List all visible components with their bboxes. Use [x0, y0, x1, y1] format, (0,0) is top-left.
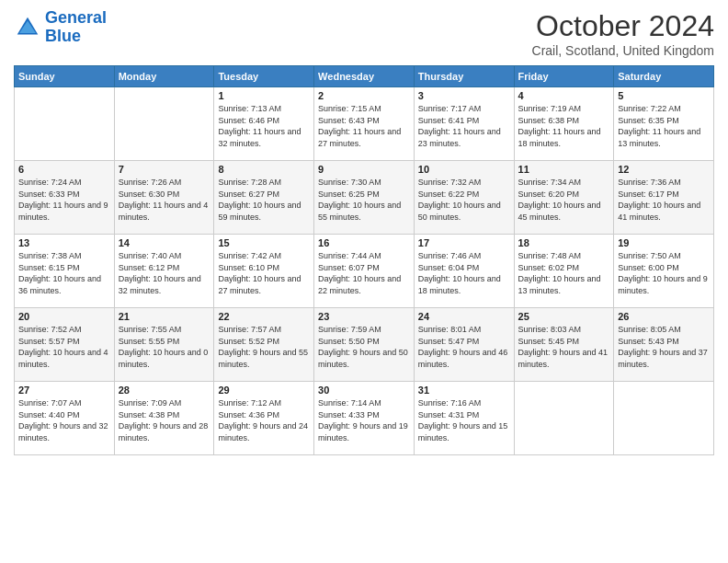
day-info: Sunrise: 7:59 AMSunset: 5:50 PMDaylight:…: [318, 324, 410, 370]
sunset-text: Sunset: 5:57 PM: [18, 336, 110, 348]
daylight-text: Daylight: 9 hours and 24 minutes.: [218, 420, 310, 443]
daylight-text: Daylight: 10 hours and 0 minutes.: [119, 347, 210, 370]
daylight-text: Daylight: 9 hours and 28 minutes.: [119, 420, 210, 443]
day-cell: 4Sunrise: 7:19 AMSunset: 6:38 PMDaylight…: [514, 87, 614, 161]
daylight-text: Daylight: 9 hours and 46 minutes.: [418, 347, 510, 370]
sunset-text: Sunset: 6:04 PM: [418, 262, 510, 274]
day-number: 5: [618, 90, 710, 101]
day-number: 17: [418, 237, 510, 248]
sunrise-text: Sunrise: 7:12 AM: [218, 397, 310, 409]
sunrise-text: Sunrise: 7:34 AM: [518, 177, 610, 189]
sunset-text: Sunset: 6:10 PM: [218, 262, 310, 274]
sunset-text: Sunset: 5:45 PM: [518, 336, 610, 348]
sunset-text: Sunset: 5:52 PM: [218, 336, 310, 348]
day-number: 26: [618, 311, 710, 322]
daylight-text: Daylight: 11 hours and 32 minutes.: [218, 126, 310, 149]
daylight-text: Daylight: 10 hours and 41 minutes.: [618, 200, 710, 223]
day-info: Sunrise: 7:34 AMSunset: 6:20 PMDaylight:…: [518, 177, 610, 223]
sunset-text: Sunset: 6:15 PM: [18, 262, 110, 274]
daylight-text: Daylight: 10 hours and 27 minutes.: [218, 273, 310, 296]
sunrise-text: Sunrise: 7:13 AM: [218, 103, 310, 115]
day-number: 9: [318, 164, 410, 175]
sunrise-text: Sunrise: 8:03 AM: [518, 324, 610, 336]
week-row-3: 13Sunrise: 7:38 AMSunset: 6:15 PMDayligh…: [15, 235, 714, 308]
day-cell: 19Sunrise: 7:50 AMSunset: 6:00 PMDayligh…: [614, 235, 714, 308]
day-number: 24: [418, 311, 510, 322]
day-info: Sunrise: 7:38 AMSunset: 6:15 PMDaylight:…: [18, 250, 110, 296]
day-info: Sunrise: 7:32 AMSunset: 6:22 PMDaylight:…: [418, 177, 510, 223]
sunset-text: Sunset: 6:17 PM: [618, 189, 710, 201]
day-info: Sunrise: 7:52 AMSunset: 5:57 PMDaylight:…: [18, 324, 110, 370]
header-cell-sunday: Sunday: [15, 66, 115, 87]
daylight-text: Daylight: 11 hours and 18 minutes.: [518, 126, 610, 149]
sunset-text: Sunset: 4:33 PM: [318, 409, 410, 421]
day-cell: [15, 87, 115, 161]
header-cell-saturday: Saturday: [614, 66, 714, 87]
day-info: Sunrise: 7:26 AMSunset: 6:30 PMDaylight:…: [119, 177, 210, 223]
day-info: Sunrise: 7:46 AMSunset: 6:04 PMDaylight:…: [418, 250, 510, 296]
sunrise-text: Sunrise: 7:28 AM: [218, 177, 310, 189]
sunset-text: Sunset: 6:33 PM: [18, 189, 110, 201]
day-cell: 26Sunrise: 8:05 AMSunset: 5:43 PMDayligh…: [614, 308, 714, 382]
day-number: 21: [119, 311, 210, 322]
day-cell: 21Sunrise: 7:55 AMSunset: 5:55 PMDayligh…: [114, 308, 214, 382]
day-number: 15: [218, 237, 310, 248]
header-row: SundayMondayTuesdayWednesdayThursdayFrid…: [15, 66, 714, 87]
daylight-text: Daylight: 9 hours and 50 minutes.: [318, 347, 410, 370]
header-cell-thursday: Thursday: [414, 66, 514, 87]
day-number: 1: [218, 90, 310, 101]
sunset-text: Sunset: 5:55 PM: [119, 336, 210, 348]
daylight-text: Daylight: 10 hours and 18 minutes.: [418, 273, 510, 296]
day-cell: 6Sunrise: 7:24 AMSunset: 6:33 PMDaylight…: [15, 161, 115, 235]
daylight-text: Daylight: 9 hours and 37 minutes.: [618, 347, 710, 370]
sunset-text: Sunset: 6:20 PM: [518, 189, 610, 201]
day-cell: 13Sunrise: 7:38 AMSunset: 6:15 PMDayligh…: [15, 235, 115, 308]
week-row-2: 6Sunrise: 7:24 AMSunset: 6:33 PMDaylight…: [15, 161, 714, 235]
week-row-5: 27Sunrise: 7:07 AMSunset: 4:40 PMDayligh…: [15, 382, 714, 455]
day-info: Sunrise: 7:48 AMSunset: 6:02 PMDaylight:…: [518, 250, 610, 296]
day-info: Sunrise: 7:55 AMSunset: 5:55 PMDaylight:…: [119, 324, 210, 370]
logo-icon: [14, 14, 41, 41]
day-cell: 10Sunrise: 7:32 AMSunset: 6:22 PMDayligh…: [414, 161, 514, 235]
day-info: Sunrise: 7:19 AMSunset: 6:38 PMDaylight:…: [518, 103, 610, 149]
day-info: Sunrise: 7:40 AMSunset: 6:12 PMDaylight:…: [119, 250, 210, 296]
sunset-text: Sunset: 6:41 PM: [418, 115, 510, 127]
day-info: Sunrise: 7:50 AMSunset: 6:00 PMDaylight:…: [618, 250, 710, 296]
sunrise-text: Sunrise: 7:36 AM: [618, 177, 710, 189]
calendar-page: General Blue October 2024 Crail, Scotlan…: [0, 0, 728, 563]
day-info: Sunrise: 7:44 AMSunset: 6:07 PMDaylight:…: [318, 250, 410, 296]
day-cell: 31Sunrise: 7:16 AMSunset: 4:31 PMDayligh…: [414, 382, 514, 455]
day-info: Sunrise: 8:05 AMSunset: 5:43 PMDaylight:…: [618, 324, 710, 370]
week-row-1: 1Sunrise: 7:13 AMSunset: 6:46 PMDaylight…: [15, 87, 714, 161]
day-cell: 24Sunrise: 8:01 AMSunset: 5:47 PMDayligh…: [414, 308, 514, 382]
day-cell: 7Sunrise: 7:26 AMSunset: 6:30 PMDaylight…: [114, 161, 214, 235]
sunset-text: Sunset: 6:30 PM: [119, 189, 210, 201]
day-cell: 16Sunrise: 7:44 AMSunset: 6:07 PMDayligh…: [314, 235, 415, 308]
daylight-text: Daylight: 10 hours and 13 minutes.: [518, 273, 610, 296]
day-number: 20: [18, 311, 110, 322]
day-number: 27: [18, 385, 110, 396]
day-cell: 25Sunrise: 8:03 AMSunset: 5:45 PMDayligh…: [514, 308, 614, 382]
day-info: Sunrise: 7:15 AMSunset: 6:43 PMDaylight:…: [318, 103, 410, 149]
day-number: 25: [518, 311, 610, 322]
sunrise-text: Sunrise: 8:05 AM: [618, 324, 710, 336]
sunrise-text: Sunrise: 7:50 AM: [618, 250, 710, 262]
sunrise-text: Sunrise: 7:09 AM: [119, 397, 210, 409]
day-info: Sunrise: 7:17 AMSunset: 6:41 PMDaylight:…: [418, 103, 510, 149]
sunset-text: Sunset: 4:31 PM: [418, 409, 510, 421]
day-number: 30: [318, 385, 410, 396]
sunrise-text: Sunrise: 7:55 AM: [119, 324, 210, 336]
day-number: 18: [518, 237, 610, 248]
day-info: Sunrise: 7:57 AMSunset: 5:52 PMDaylight:…: [218, 324, 310, 370]
day-cell: 20Sunrise: 7:52 AMSunset: 5:57 PMDayligh…: [15, 308, 115, 382]
day-cell: [614, 382, 714, 455]
day-number: 12: [618, 164, 710, 175]
sunset-text: Sunset: 6:38 PM: [518, 115, 610, 127]
day-number: 2: [318, 90, 410, 101]
logo-text: General Blue: [45, 9, 107, 46]
day-number: 11: [518, 164, 610, 175]
day-cell: 17Sunrise: 7:46 AMSunset: 6:04 PMDayligh…: [414, 235, 514, 308]
day-cell: 14Sunrise: 7:40 AMSunset: 6:12 PMDayligh…: [114, 235, 214, 308]
sunrise-text: Sunrise: 7:46 AM: [418, 250, 510, 262]
day-cell: 22Sunrise: 7:57 AMSunset: 5:52 PMDayligh…: [214, 308, 314, 382]
